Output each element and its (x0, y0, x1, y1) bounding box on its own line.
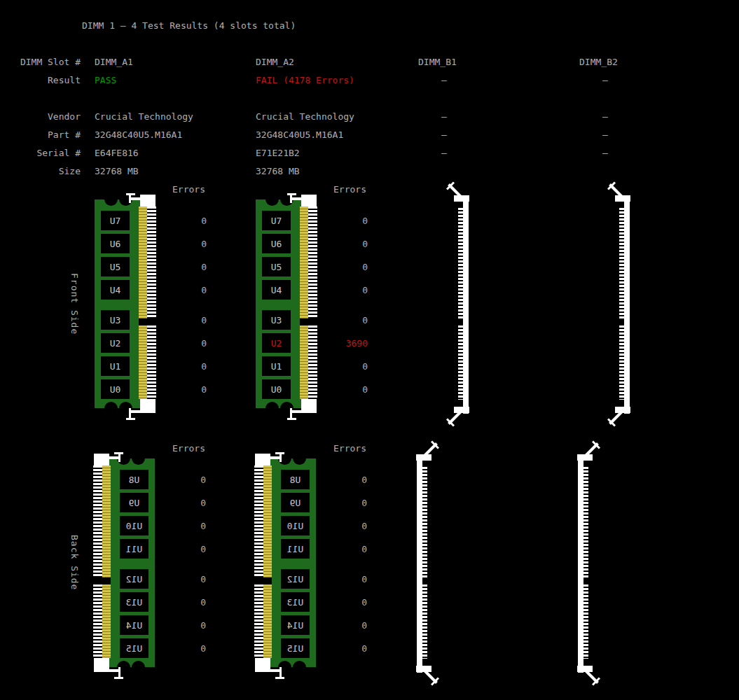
row-label-size: Size (0, 166, 81, 176)
error-value-U9: 0 (254, 498, 367, 508)
vendor-b1: – (441, 111, 447, 122)
row-label-part: Part # (0, 130, 81, 140)
empty-slot-graphic (602, 181, 636, 428)
error-value-U8: 0 (254, 475, 367, 485)
empty-slot-front-b1 (441, 181, 475, 428)
serial-b2: – (602, 148, 608, 158)
error-value-U7: 0 (256, 216, 368, 226)
part-b2: – (602, 130, 608, 140)
error-value-U15: 0 (254, 643, 367, 654)
latch-crossbar (126, 418, 135, 420)
error-value-U2: 0 (95, 338, 207, 349)
size-a2: 32768 MB (256, 166, 300, 176)
empty-slot-graphic (441, 181, 475, 428)
latch-open-bottom-icon (572, 440, 605, 687)
error-value-U6: 0 (95, 239, 207, 249)
latch-open-bottom-icon (441, 181, 475, 428)
size-a1: 32768 MB (95, 166, 139, 176)
error-value-U9: 0 (93, 498, 206, 508)
result-b2: – (602, 75, 608, 85)
error-value-U3: 0 (256, 315, 368, 326)
latch-arm (131, 410, 140, 413)
result-a1: PASS (95, 75, 116, 85)
dimm-test-results-screen: DIMM 1 – 4 Test Results (4 slots total) … (0, 0, 739, 700)
error-value-U2: 3690 (256, 338, 368, 349)
empty-slot-graphic (572, 440, 605, 687)
row-label-serial: Serial # (0, 148, 81, 158)
latch-crossbar (114, 677, 123, 679)
error-value-U3: 0 (95, 315, 207, 326)
latch-arm (270, 669, 279, 672)
module-back-a2: U8U9U10U11U12U13U14U1500000000 (254, 440, 367, 687)
slot-name-a1: DIMM_A1 (95, 57, 133, 67)
latch-crossbar (275, 677, 284, 679)
error-value-U4: 0 (95, 285, 207, 295)
row-label-result: Result (0, 75, 81, 85)
error-value-U7: 0 (95, 216, 207, 226)
front-side-label: Front Side (64, 272, 80, 335)
error-value-U12: 0 (254, 574, 367, 584)
error-value-U1: 0 (95, 361, 207, 372)
serial-b1: – (441, 148, 447, 158)
module-back-a1: U8U9U10U11U12U13U14U1500000000 (93, 440, 206, 687)
error-value-U12: 0 (93, 574, 206, 584)
result-a2: FAIL (4178 Errors) (256, 75, 354, 85)
latch-arm (109, 669, 118, 672)
slot-name-b1: DIMM_B1 (418, 57, 457, 67)
latch-arm (292, 410, 301, 413)
part-a1: 32G48C40U5.M16A1 (95, 130, 182, 140)
vendor-b2: – (602, 111, 608, 122)
latch-crossbar (287, 418, 296, 420)
error-value-U0: 0 (256, 384, 368, 395)
error-value-U6: 0 (256, 239, 368, 249)
error-value-U15: 0 (93, 643, 206, 654)
empty-slot-front-b2 (602, 181, 636, 428)
error-value-U10: 0 (93, 521, 206, 531)
module-front-a1: U7U6U5U4U3U2U1U000000000 (95, 181, 207, 428)
row-label-vendor: Vendor (0, 111, 81, 122)
error-value-U14: 0 (93, 620, 206, 631)
empty-slot-back-b2 (572, 440, 605, 687)
error-value-U13: 0 (93, 597, 206, 608)
error-value-U10: 0 (254, 521, 367, 531)
error-value-U5: 0 (256, 262, 368, 272)
part-b1: – (441, 130, 447, 140)
back-side-label: Back Side (64, 533, 80, 593)
slot-name-b2: DIMM_B2 (579, 57, 618, 67)
latch-open-bottom-icon (410, 440, 444, 687)
part-a2: 32G48C40U5.M16A1 (256, 130, 343, 140)
vendor-a1: Crucial Technology (95, 111, 193, 122)
row-label-dimm-slot: DIMM Slot # (0, 57, 81, 67)
error-value-U14: 0 (254, 620, 367, 631)
slot-name-a2: DIMM_A2 (256, 57, 294, 67)
error-value-U13: 0 (254, 597, 367, 608)
latch-open-bottom-icon (602, 181, 636, 428)
error-value-U5: 0 (95, 262, 207, 272)
serial-a1: E64FE816 (95, 148, 139, 158)
error-value-U4: 0 (256, 285, 368, 295)
error-value-U8: 0 (93, 475, 206, 485)
page-title: DIMM 1 – 4 Test Results (4 slots total) (82, 20, 296, 31)
serial-a2: E71E21B2 (256, 148, 300, 158)
module-front-a2: U7U6U5U4U3U2U1U000000369000 (256, 181, 368, 428)
result-b1: – (441, 75, 447, 85)
empty-slot-graphic (410, 440, 444, 687)
error-value-U1: 0 (256, 361, 368, 372)
error-value-U11: 0 (254, 544, 367, 554)
empty-slot-back-b1 (410, 440, 444, 687)
error-value-U0: 0 (95, 384, 207, 395)
vendor-a2: Crucial Technology (256, 111, 354, 122)
error-value-U11: 0 (93, 544, 206, 554)
